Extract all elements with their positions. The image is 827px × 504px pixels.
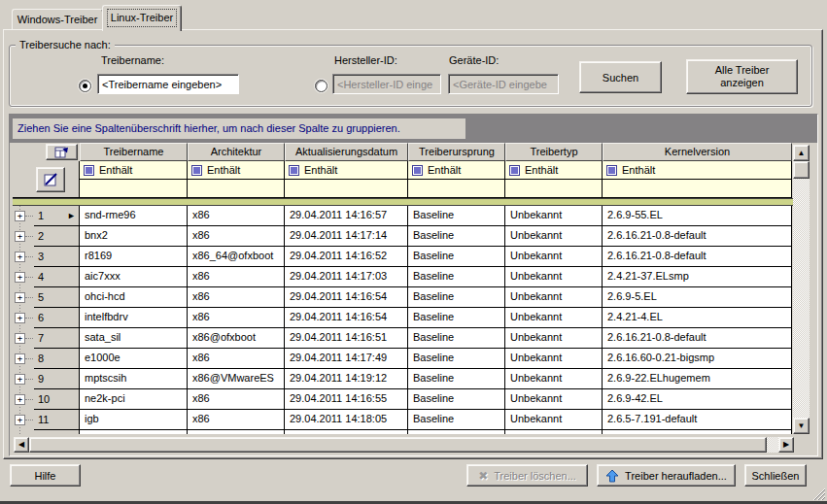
column-header-kernel[interactable]: Kernelversion <box>603 143 792 161</box>
cell-arch[interactable]: x86 <box>188 206 285 226</box>
row-expander-icon[interactable]: + <box>15 415 25 425</box>
cell-type[interactable]: Unbekannt <box>505 247 603 267</box>
cell-origin[interactable]: Baseline <box>408 308 505 328</box>
cell-kernel[interactable]: 2.6.9-55.EL <box>603 206 792 226</box>
column-chooser-button[interactable] <box>46 144 78 160</box>
filter-checkbox-icon[interactable] <box>84 165 94 176</box>
drivername-input[interactable]: <Treibername eingeben> <box>97 74 239 94</box>
cell-name[interactable]: sata_sil <box>80 328 188 349</box>
row-header[interactable]: 1► <box>34 206 80 226</box>
cell-name[interactable]: snd-rme96 <box>80 206 188 226</box>
filter-cell-date[interactable]: Enthält <box>285 161 408 180</box>
upload-driver-button[interactable]: Treiber heraufladen... <box>597 464 736 487</box>
filter-checkbox-icon[interactable] <box>606 165 617 176</box>
cell-arch[interactable] <box>188 430 285 434</box>
row-expander-icon[interactable]: + <box>15 292 25 303</box>
cell-date[interactable]: 29.04.2011 14:16:54 <box>285 287 408 308</box>
cell-type[interactable]: Unbekannt <box>505 267 603 287</box>
row-header[interactable]: 3 <box>34 247 80 267</box>
table-row[interactable]: +2bnx2x8629.04.2011 14:17:14BaselineUnbe… <box>13 226 793 247</box>
filter-checkbox-icon[interactable] <box>412 165 423 176</box>
cell-date[interactable] <box>285 430 408 434</box>
row-header[interactable]: 10 <box>34 389 80 410</box>
row-header[interactable]: 8 <box>34 349 80 369</box>
cell-name[interactable]: bnx2 <box>80 226 188 247</box>
cell-arch[interactable]: x86 <box>188 267 285 287</box>
cell-kernel[interactable]: 2.6.5-7.191-default <box>603 410 792 430</box>
cell-kernel[interactable]: 2.4.21-4.EL <box>603 308 792 328</box>
column-header-type[interactable]: Treibertyp <box>505 143 603 161</box>
cell-type[interactable]: Unbekannt <box>505 369 603 389</box>
tab-linux-treiber[interactable]: Linux-Treiber <box>102 5 182 31</box>
table-row[interactable]: +5ohci-hcdx8629.04.2011 14:16:54Baseline… <box>13 287 793 308</box>
cell-origin[interactable]: Baseline <box>408 287 505 308</box>
cell-origin[interactable]: Baseline <box>408 410 505 430</box>
cell-origin[interactable]: Baseline <box>408 328 505 349</box>
cell-type[interactable] <box>505 430 603 434</box>
table-row[interactable]: +3r8169x86_64@ofxboot29.04.2011 14:16:52… <box>13 247 793 267</box>
cell-origin[interactable]: Baseline <box>408 206 505 226</box>
cell-date[interactable]: 29.04.2011 14:17:14 <box>285 226 408 247</box>
filter-cell-empty-date[interactable] <box>285 180 408 198</box>
cell-origin[interactable]: Baseline <box>408 226 505 247</box>
row-header[interactable]: 6 <box>34 308 80 328</box>
cell-kernel[interactable]: 2.4.21-37.ELsmp <box>603 267 792 287</box>
filter-checkbox-icon[interactable] <box>509 165 520 176</box>
table-row[interactable]: +8e1000ex8629.04.2011 14:17:49BaselineUn… <box>13 349 793 369</box>
cell-type[interactable]: Unbekannt <box>505 328 603 349</box>
cell-type[interactable]: Unbekannt <box>505 206 603 226</box>
cell-kernel[interactable] <box>603 430 792 434</box>
cell-origin[interactable]: Baseline <box>408 349 505 369</box>
table-row[interactable]: +11igbx8629.04.2011 14:18:05BaselineUnbe… <box>13 410 793 430</box>
cell-arch[interactable]: x86 <box>188 410 285 430</box>
filter-checkbox-icon[interactable] <box>191 165 202 176</box>
column-header-arch[interactable]: Architektur <box>188 143 285 161</box>
row-header[interactable] <box>34 430 80 434</box>
column-header-date[interactable]: Aktualisierungsdatum <box>285 143 408 161</box>
filter-checkbox-icon[interactable] <box>289 165 299 176</box>
cell-kernel[interactable]: 2.6.9-22.ELhugemem <box>603 369 792 389</box>
cell-name[interactable] <box>80 430 188 434</box>
filter-cell-empty-type[interactable] <box>505 180 603 198</box>
column-header-name[interactable]: Treibername <box>80 143 188 161</box>
table-row[interactable]: +1►snd-rme96x8629.04.2011 14:16:57Baseli… <box>13 206 793 226</box>
cell-date[interactable]: 29.04.2011 14:16:51 <box>285 328 408 349</box>
cell-date[interactable]: 29.04.2011 14:16:52 <box>285 247 408 267</box>
filter-cell-empty-name[interactable] <box>80 180 188 198</box>
row-expander-icon[interactable]: + <box>15 313 25 323</box>
scroll-right-button[interactable]: ▶ <box>778 437 794 453</box>
column-header-origin[interactable]: Treiberursprung <box>408 143 505 161</box>
row-header[interactable]: 4 <box>34 267 80 287</box>
row-header[interactable]: 11 <box>34 410 80 430</box>
cell-origin[interactable]: Baseline <box>408 369 505 389</box>
table-row[interactable]: + <box>13 430 793 434</box>
help-button[interactable]: Hilfe <box>10 464 81 487</box>
cell-type[interactable]: Unbekannt <box>505 308 603 328</box>
cell-origin[interactable]: Baseline <box>408 389 505 410</box>
cell-name[interactable]: r8169 <box>80 247 188 267</box>
cell-origin[interactable] <box>408 430 505 434</box>
cell-date[interactable]: 29.04.2011 14:17:49 <box>285 349 408 369</box>
table-row[interactable]: +9mptscsihx86@VMwareES29.04.2011 14:19:1… <box>13 369 793 389</box>
table-row[interactable]: +10ne2k-pcix8629.04.2011 14:16:55Baselin… <box>13 389 793 410</box>
search-by-name-radio[interactable] <box>79 80 91 92</box>
cell-arch[interactable]: x86_64@ofxboot <box>188 247 285 267</box>
cell-name[interactable]: aic7xxx <box>80 267 188 287</box>
cell-arch[interactable]: x86 <box>188 389 285 410</box>
cell-type[interactable]: Unbekannt <box>505 226 603 247</box>
row-header[interactable]: 9 <box>34 369 80 389</box>
cell-name[interactable]: igb <box>80 410 188 430</box>
cell-name[interactable]: ne2k-pci <box>80 389 188 410</box>
cell-arch[interactable]: x86 <box>188 226 285 247</box>
horizontal-scrollbar-thumb[interactable] <box>29 437 767 453</box>
cell-kernel[interactable]: 2.6.16.60-0.21-bigsmp <box>603 349 792 369</box>
cell-date[interactable]: 29.04.2011 14:16:55 <box>285 389 408 410</box>
resize-grip[interactable] <box>810 486 825 500</box>
scroll-up-button[interactable]: ▲ <box>793 145 810 161</box>
filter-cell-arch[interactable]: Enthält <box>188 161 285 180</box>
row-expander-icon[interactable]: + <box>15 333 25 344</box>
search-by-id-radio[interactable] <box>315 80 327 92</box>
cell-name[interactable]: e1000e <box>80 349 188 369</box>
edit-filter-button[interactable] <box>36 167 65 192</box>
filter-cell-empty-arch[interactable] <box>188 180 285 198</box>
